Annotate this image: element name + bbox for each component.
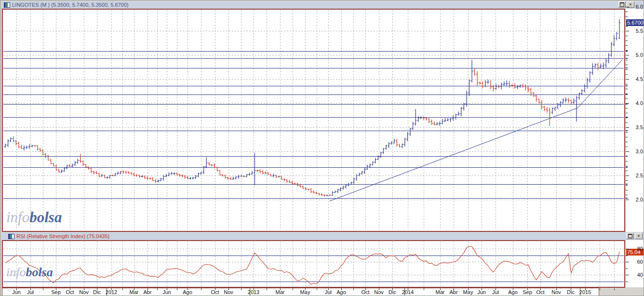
date-tick bbox=[267, 288, 267, 290]
price-tick-label: 2.0 bbox=[636, 197, 643, 202]
price-tick bbox=[626, 118, 628, 118]
rsi-tick-label: 60 bbox=[637, 259, 643, 265]
date-label: Ago bbox=[508, 289, 518, 295]
price-tick bbox=[626, 171, 628, 171]
date-label: Oct bbox=[66, 289, 74, 295]
price-tick bbox=[626, 122, 628, 123]
date-label: Jun bbox=[477, 289, 486, 295]
level-tick bbox=[626, 94, 628, 95]
close-icon: × bbox=[629, 2, 632, 7]
date-label: Oct bbox=[536, 289, 544, 295]
price-tick bbox=[626, 89, 628, 89]
date-tick bbox=[353, 288, 354, 290]
date-label: Jul bbox=[325, 289, 332, 295]
price-axis: 5.6700 2.02.53.03.54.04.55.05.56.0 bbox=[626, 9, 644, 232]
date-label: May bbox=[463, 289, 473, 295]
date-label: Abr bbox=[449, 289, 457, 295]
price-tick bbox=[626, 151, 629, 152]
rsi-titlebar[interactable]: RSI (Relative Strength Index) (75.0435) … bbox=[1, 232, 644, 240]
date-label: Jul bbox=[27, 289, 34, 295]
price-tick-label: 4.5 bbox=[636, 76, 643, 82]
price-tick bbox=[626, 142, 628, 142]
date-label: Sep bbox=[51, 289, 61, 295]
date-label: Nov bbox=[79, 289, 89, 295]
price-tick-label: 5.0 bbox=[636, 52, 643, 58]
price-tick bbox=[626, 16, 628, 17]
price-tick bbox=[626, 36, 628, 36]
level-tick bbox=[626, 51, 628, 52]
level-tick bbox=[626, 156, 628, 157]
date-label: Jun bbox=[162, 289, 171, 295]
price-tick bbox=[626, 190, 628, 190]
price-tick-label: 2.5 bbox=[636, 173, 643, 178]
level-tick bbox=[626, 67, 628, 68]
level-tick bbox=[626, 130, 628, 131]
rsi-restore-button[interactable] bbox=[626, 233, 634, 239]
date-label: Oct bbox=[361, 289, 369, 295]
level-tick bbox=[626, 167, 628, 168]
price-tick-label: 5.5 bbox=[636, 28, 643, 34]
date-tick bbox=[177, 288, 177, 290]
date-tick bbox=[424, 288, 424, 290]
restore-icon bbox=[620, 2, 624, 7]
date-label: Oct bbox=[211, 289, 219, 295]
main-chart-titlebar[interactable]: LINGOTES (M ) (5.3500, 5.7400, 5.3500, 5… bbox=[1, 1, 644, 9]
date-label: Nov bbox=[551, 289, 561, 295]
price-chart[interactable] bbox=[2, 9, 625, 232]
date-label: May bbox=[300, 289, 310, 295]
date-tick bbox=[317, 288, 317, 290]
price-tick bbox=[626, 21, 628, 22]
rsi-tick bbox=[626, 249, 629, 249]
price-tick bbox=[626, 185, 628, 186]
price-tick bbox=[626, 132, 628, 133]
chart-icon bbox=[4, 2, 10, 8]
date-label: Ago bbox=[183, 289, 192, 295]
rsi-tick bbox=[626, 275, 629, 275]
rsi-title: RSI (Relative Strength Index) (75.0435) bbox=[16, 233, 109, 239]
price-tick bbox=[626, 108, 628, 108]
date-tick bbox=[614, 288, 615, 290]
date-label: Ago bbox=[336, 289, 346, 295]
price-tick-label: 4.0 bbox=[636, 100, 643, 106]
charting-app-window: LINGOTES (M ) (5.3500, 5.7400, 5.3500, 5… bbox=[0, 0, 644, 296]
date-label: Jul bbox=[492, 289, 499, 295]
price-tick bbox=[626, 127, 629, 128]
level-tick bbox=[626, 85, 628, 86]
date-label: Dic bbox=[389, 289, 396, 295]
date-label: 2013 bbox=[248, 289, 259, 295]
price-tick bbox=[626, 65, 628, 65]
date-tick bbox=[157, 288, 158, 290]
price-tick bbox=[626, 137, 628, 137]
rsi-chart[interactable] bbox=[2, 240, 625, 288]
price-tick bbox=[626, 69, 628, 70]
date-label: 2012 bbox=[106, 289, 117, 295]
date-label: Dic bbox=[93, 289, 101, 295]
price-tick bbox=[626, 180, 628, 181]
price-tick bbox=[626, 98, 628, 99]
main-chart-title: LINGOTES (M ) (5.3500, 5.7400, 5.3500, 5… bbox=[12, 2, 129, 8]
level-tick bbox=[626, 198, 628, 199]
last-price-marker: 5.6700 bbox=[626, 19, 644, 26]
date-label: Nov bbox=[374, 289, 384, 295]
price-tick bbox=[626, 79, 629, 80]
rsi-tick-label: 80 bbox=[637, 246, 643, 252]
price-tick-label: 6.0 bbox=[636, 4, 643, 10]
date-tick bbox=[43, 288, 43, 290]
price-tick bbox=[626, 60, 628, 60]
date-label: Mar bbox=[276, 289, 285, 295]
level-tick bbox=[626, 184, 628, 185]
date-label: Nov bbox=[224, 289, 233, 295]
date-tick bbox=[293, 288, 293, 290]
price-tick bbox=[626, 74, 628, 75]
price-tick bbox=[626, 195, 628, 195]
date-label: Mar bbox=[436, 289, 445, 295]
price-tick bbox=[626, 45, 628, 46]
date-label: Dic bbox=[567, 289, 575, 295]
restore-icon bbox=[628, 234, 632, 238]
restore-button[interactable] bbox=[618, 1, 626, 8]
rsi-close-button[interactable]: × bbox=[635, 233, 643, 239]
price-tick bbox=[626, 161, 628, 161]
price-tick bbox=[626, 7, 629, 7]
date-axis: JunJulSepOctNovDic2012MarAbrJunAgoOctNov… bbox=[2, 288, 599, 296]
price-tick bbox=[626, 113, 628, 113]
